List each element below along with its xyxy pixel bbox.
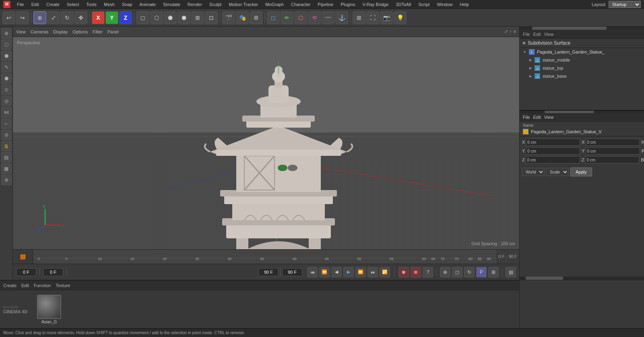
tool-layers[interactable]: ▤	[1, 152, 12, 163]
current-frame-input[interactable]	[16, 268, 36, 276]
y-pos-input[interactable]	[526, 147, 580, 155]
spline-button[interactable]: ✏	[281, 11, 293, 24]
start-frame-input[interactable]	[43, 268, 63, 276]
redo-button[interactable]: ↪	[16, 11, 29, 24]
menu-tools[interactable]: Tools	[83, 1, 100, 8]
menu-render[interactable]: Render	[184, 1, 205, 8]
scale-key-button[interactable]: P	[476, 267, 487, 277]
edge-mode-button[interactable]: ⬟	[164, 11, 177, 24]
menu-sculpt[interactable]: Sculpt	[206, 1, 225, 8]
menu-file[interactable]: File	[14, 1, 27, 8]
menu-select[interactable]: Select	[64, 1, 83, 8]
undo-button[interactable]: ↩	[2, 11, 15, 24]
tool-polygon[interactable]: ⬢	[1, 51, 12, 61]
tool-brush[interactable]: ✎	[1, 62, 12, 72]
material-item[interactable]: Asian_G	[37, 295, 61, 324]
viewport-menu-cameras[interactable]: Cameras	[31, 29, 49, 34]
menu-plugins[interactable]: Plugins	[337, 1, 358, 8]
snap-button[interactable]: ⛶	[366, 11, 379, 24]
end-frame-input[interactable]	[258, 268, 279, 276]
apply-button[interactable]: Apply	[570, 167, 592, 176]
universal-tool-button[interactable]: ✥	[74, 11, 87, 24]
y-rot-input[interactable]	[586, 147, 640, 155]
menu-edit[interactable]: Edit	[28, 1, 42, 8]
right-panel-scrollbar-top[interactable]	[520, 27, 644, 30]
texture-mode-button[interactable]: ⊡	[205, 11, 218, 24]
tool-smooth[interactable]: ◎	[1, 96, 12, 106]
light-button[interactable]: 💡	[394, 11, 407, 24]
tool-lasso[interactable]: ⊘	[1, 130, 12, 140]
tool-magnet[interactable]: ⊙	[1, 85, 12, 95]
menu-motiontracker[interactable]: Motion Tracker	[225, 1, 261, 8]
viewport-menu-display[interactable]: Display	[53, 29, 68, 34]
nurbs-button[interactable]: ⬡	[294, 11, 307, 24]
om-view[interactable]: View	[544, 32, 554, 37]
viewport-icon-up[interactable]: ↑	[510, 29, 512, 34]
loop-button[interactable]: 🔁	[380, 267, 390, 277]
menu-mesh[interactable]: Mesh	[101, 1, 118, 8]
point-mode-button[interactable]: ⬡	[150, 11, 163, 24]
x-pos-input[interactable]	[526, 139, 580, 146]
tool-stamp[interactable]: ⊛	[1, 175, 12, 185]
tree-item-top[interactable]: ▶ △ statue_top	[526, 64, 644, 72]
z-axis-button[interactable]: Z	[119, 11, 132, 24]
record-button[interactable]: ⏺	[398, 267, 409, 277]
tree-item-root[interactable]: ▼ L Pagoda_Lantern_Garden_Statue_	[520, 48, 644, 56]
z-rot-input[interactable]	[585, 156, 639, 163]
z-pos-input[interactable]	[526, 156, 580, 163]
timeline-settings-button[interactable]: ?	[423, 267, 433, 277]
subdivide-button[interactable]: ⚓	[335, 11, 348, 24]
camera-button[interactable]: 📷	[380, 11, 393, 24]
viewport-menu-filter[interactable]: Filter	[93, 29, 102, 34]
layout-dropdown[interactable]: Startup	[609, 1, 641, 8]
move-key-button[interactable]: ⊕	[440, 267, 450, 277]
tool-s[interactable]: S	[1, 141, 12, 151]
menu-simulate[interactable]: Simulate	[160, 1, 184, 8]
grid-button[interactable]: ⊞	[353, 11, 365, 24]
right-panel-scrollbar-bottom[interactable]	[520, 277, 644, 280]
x-rot-input[interactable]	[586, 139, 640, 146]
key-button[interactable]: ◻	[452, 267, 462, 277]
menu-3dtoall[interactable]: 3DToAll	[392, 1, 414, 8]
menu-character[interactable]: Character	[288, 1, 314, 8]
menu-help[interactable]: Help	[457, 1, 473, 8]
auto-key-button[interactable]: ⏹	[411, 267, 421, 277]
tree-item-base[interactable]: ▶ △ statue_base	[526, 72, 644, 80]
y-axis-button[interactable]: Y	[105, 11, 118, 24]
rotate-tool-button[interactable]: ↻	[61, 11, 74, 24]
menu-vraybridge[interactable]: V-Ray Bridge	[359, 1, 392, 8]
mat-create[interactable]: Create	[3, 283, 17, 288]
goto-start-button[interactable]: ⏮	[307, 267, 318, 277]
render-settings-button[interactable]: ⚙	[250, 11, 262, 24]
menu-window[interactable]: Window	[433, 1, 456, 8]
viewport-icon-expand[interactable]: ⤢	[504, 29, 508, 34]
viewport-menu-options[interactable]: Options	[72, 29, 88, 34]
grid-key-button[interactable]: ⊞	[488, 267, 499, 277]
menu-script[interactable]: Script	[415, 1, 433, 8]
total-frame-input[interactable]	[282, 268, 302, 276]
cube-button[interactable]: ◻	[267, 11, 280, 24]
tool-line[interactable]: ⌐	[1, 118, 12, 129]
mat-texture[interactable]: Texture	[56, 283, 70, 288]
x-axis-button[interactable]: X	[92, 11, 105, 24]
menu-snap[interactable]: Snap	[119, 1, 136, 8]
tool-layer2[interactable]: ▦	[1, 163, 12, 174]
om-edit[interactable]: Edit	[533, 32, 541, 37]
viewport-icon-more[interactable]: ≡	[514, 29, 516, 34]
play-reverse-button[interactable]: ◀	[331, 267, 342, 277]
render-active-button[interactable]: 🎭	[236, 11, 249, 24]
menu-pipeline[interactable]: Pipeline	[314, 1, 336, 8]
object-color-swatch[interactable]	[523, 129, 528, 134]
viewport-3d[interactable]: Perspective X Y Z Grid Spacing : 100 cm	[13, 37, 519, 249]
scale-tool-button[interactable]: ⤢	[47, 11, 60, 24]
mid-scrollbar[interactable]	[520, 111, 644, 113]
world-dropdown[interactable]: World	[522, 168, 545, 176]
viewport-menu-view[interactable]: View	[16, 29, 26, 34]
tree-item-middle[interactable]: ▶ △ statue_middle	[526, 56, 644, 64]
menu-create[interactable]: Create	[43, 1, 63, 8]
rotate-key-button[interactable]: ↻	[464, 267, 475, 277]
hair-button[interactable]: 〰	[322, 11, 334, 24]
deformer-button[interactable]: ⟲	[308, 11, 321, 24]
am-file[interactable]: File	[523, 115, 530, 120]
menu-animate[interactable]: Animate	[136, 1, 159, 8]
